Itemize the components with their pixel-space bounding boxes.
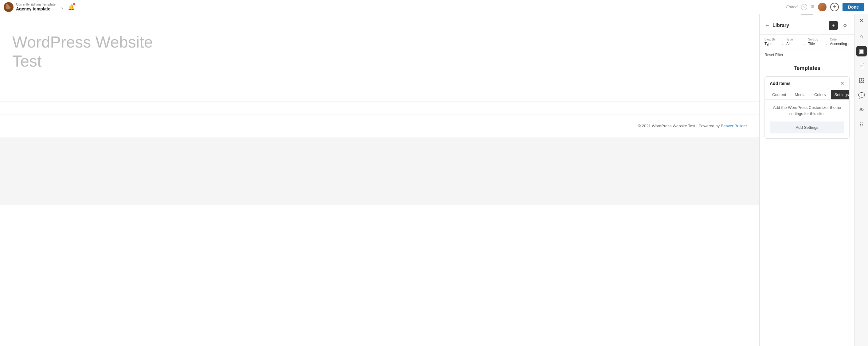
footer-link[interactable]: Beaver Builder — [721, 124, 747, 128]
sort-by-chevron: ⌄ — [825, 42, 828, 46]
close-panel-button[interactable]: ✕ — [859, 17, 864, 24]
view-by-label: View By — [765, 38, 784, 41]
tab-colors[interactable]: Colors — [811, 90, 830, 99]
library-settings-button[interactable]: ⚙ — [840, 21, 849, 30]
order-select[interactable]: Ascending ⌄ — [830, 42, 849, 46]
library-actions: + ⚙ — [829, 21, 849, 30]
add-icon[interactable]: + — [830, 3, 839, 11]
topbar-left: 🦫 Currently Editing Template Agency temp… — [4, 2, 75, 12]
type-select[interactable]: All ⌄ — [786, 42, 806, 46]
add-items-header: Add Items ✕ — [765, 77, 849, 90]
grid-icon[interactable]: ⠿ — [856, 119, 867, 130]
tab-media[interactable]: Media — [791, 90, 809, 99]
add-items-tabs: ContentMediaColorsSettings — [765, 90, 849, 100]
order-chevron: ⌄ — [847, 42, 849, 46]
panel-divider — [801, 14, 813, 15]
view-by-chevron: ⌄ — [781, 42, 784, 46]
canvas-gray-area — [0, 137, 759, 205]
filter-sort-by: Sort By Title ⌄ — [808, 38, 828, 46]
footer-text: © 2021 WordPress Website Test | Powered … — [12, 120, 747, 131]
reset-filter-section: Reset Filter — [760, 49, 855, 60]
add-items-close-button[interactable]: ✕ — [840, 80, 844, 86]
bell-icon[interactable]: 🔔 — [68, 4, 75, 10]
right-panel: ← Library + ⚙ View By Type ⌄ Type All — [759, 14, 855, 346]
bell-notification-dot — [73, 3, 75, 5]
add-items-card: Add Items ✕ ContentMediaColorsSettings A… — [765, 76, 849, 139]
back-arrow-icon: ← — [765, 23, 770, 29]
canvas-divider — [0, 102, 759, 102]
edited-label: Edited — [786, 5, 798, 9]
help-icon[interactable]: ? — [801, 4, 807, 10]
footer-area: © 2021 WordPress Website Test | Powered … — [0, 114, 759, 137]
tab-content[interactable]: Content — [769, 90, 790, 99]
main-area: WordPress Website Test © 2021 WordPress … — [0, 14, 868, 346]
filter-bar: View By Type ⌄ Type All ⌄ Sort By Title … — [760, 35, 855, 49]
topbar-controls: ⌄ 🔔 — [61, 4, 75, 10]
add-settings-button[interactable]: Add Settings — [770, 122, 844, 133]
canvas: WordPress Website Test © 2021 WordPress … — [0, 14, 759, 346]
templates-heading: Templates — [760, 60, 855, 76]
library-add-button[interactable]: + — [829, 21, 838, 30]
type-chevron: ⌄ — [803, 42, 806, 46]
chat-icon[interactable]: 💬 — [856, 90, 867, 101]
menu-icon[interactable]: ≡ — [811, 4, 814, 10]
canvas-inner: WordPress Website Test — [0, 14, 759, 89]
filter-type: Type All ⌄ — [786, 38, 806, 46]
logo-icon: 🦫 — [4, 2, 13, 12]
library-title: Library — [773, 23, 789, 28]
add-items-content: Add the WordPress Customizer theme setti… — [765, 100, 849, 138]
topbar: 🦫 Currently Editing Template Agency temp… — [0, 0, 868, 14]
add-items-description: Add the WordPress Customizer theme setti… — [770, 105, 844, 116]
right-sidebar: ✕ ⌂▣📄🖼💬👁⠿ — [855, 14, 868, 346]
tab-settings[interactable]: Settings — [831, 90, 849, 99]
file-icon[interactable]: 📄 — [856, 61, 867, 71]
eye-icon[interactable]: 👁 — [856, 105, 867, 115]
view-by-select[interactable]: Type ⌄ — [765, 42, 784, 46]
filter-view-by: View By Type ⌄ — [765, 38, 784, 46]
template-dropdown-arrow[interactable]: ⌄ — [61, 5, 64, 9]
add-items-title: Add Items — [770, 81, 790, 86]
type-label: Type — [786, 38, 806, 41]
order-label: Order — [830, 38, 849, 41]
avatar-icon[interactable] — [818, 3, 827, 11]
library-header: ← Library + ⚙ — [760, 16, 855, 35]
template-name-label: Agency template — [16, 6, 56, 12]
page-title-large: WordPress Website Test — [12, 33, 747, 71]
template-info: Currently Editing Template Agency templa… — [16, 2, 56, 12]
filter-order: Order Ascending ⌄ — [830, 38, 849, 46]
topbar-right: Edited ? ≡ + Done — [786, 3, 864, 11]
template-icon[interactable]: ▣ — [856, 46, 867, 57]
library-back-button[interactable]: ← Library — [765, 23, 789, 29]
home-icon[interactable]: ⌂ — [856, 31, 867, 42]
sort-by-select[interactable]: Title ⌄ — [808, 42, 828, 46]
reset-filter-button[interactable]: Reset Filter — [765, 53, 783, 57]
done-button[interactable]: Done — [842, 3, 864, 11]
image-icon[interactable]: 🖼 — [856, 75, 867, 86]
sort-by-label: Sort By — [808, 38, 828, 41]
editing-label: Currently Editing Template — [16, 2, 56, 6]
